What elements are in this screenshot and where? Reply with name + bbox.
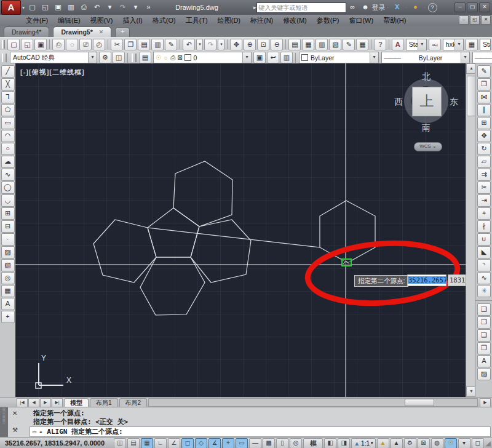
chevron-down-icon[interactable]: ▾ xyxy=(461,52,469,63)
signin-label[interactable]: 登录 xyxy=(372,3,386,12)
drawing-canvas[interactable]: YX [-][俯视][二维线框] 上 北 南 西 东 WCS ⌄ 指定第二个源点… xyxy=(15,63,466,397)
app-menu-caret-icon[interactable]: ▾ xyxy=(22,5,25,10)
show-lineweight-button[interactable]: ― xyxy=(249,438,261,448)
search-input[interactable]: 键入关键字或短语 xyxy=(256,2,346,13)
object-snap-button[interactable]: ◻ xyxy=(181,438,194,448)
snap-mode-button[interactable]: ▤ xyxy=(127,438,140,448)
window-close-button[interactable]: ✕ xyxy=(479,2,490,12)
construction-line-button[interactable]: ╳ xyxy=(1,78,15,90)
app-logo[interactable]: A xyxy=(1,0,21,15)
dim-style-combo[interactable]: hxk ▾ xyxy=(443,39,464,50)
coordinates-readout[interactable]: 35216.2657, 18315.2947, 0.0000 xyxy=(0,439,113,447)
command-close-icon[interactable]: ✕ xyxy=(12,410,17,417)
point-button[interactable]: · xyxy=(1,233,15,246)
clean-screen-button[interactable]: ◻ xyxy=(472,438,484,448)
pan-button[interactable]: ✥ xyxy=(230,39,242,50)
cut-button[interactable]: ✂ xyxy=(111,39,123,50)
chevron-down-icon[interactable]: ▾ xyxy=(370,52,378,63)
ellipse-arc-button[interactable]: ◡ xyxy=(1,194,15,207)
menu-file[interactable]: 文件(F) xyxy=(21,15,53,26)
array-button[interactable]: ⊞ xyxy=(477,117,491,129)
search-icon[interactable]: ∞ xyxy=(347,2,359,13)
viewcube-west-label[interactable]: 西 xyxy=(392,97,405,108)
wcs-menu-button[interactable]: WCS ⌄ xyxy=(414,142,442,151)
design-center-button[interactable]: ▦ xyxy=(302,39,314,50)
rotate-button[interactable]: ↻ xyxy=(477,143,491,155)
zoom-previous-button[interactable]: ⊖ xyxy=(271,39,283,50)
tab-model[interactable]: 模型 xyxy=(64,398,89,407)
send-under-objects-button[interactable]: ❐ xyxy=(477,342,491,354)
extend-button[interactable]: ⇥ xyxy=(477,194,491,207)
arc-button[interactable]: ◠ xyxy=(1,130,15,142)
menu-edit[interactable]: 编辑(E) xyxy=(53,15,85,26)
explode-button[interactable]: ✳ xyxy=(477,285,491,297)
ellipse-button[interactable]: ◯ xyxy=(1,182,15,194)
plot-button[interactable]: ◴ xyxy=(93,39,105,50)
bring-above-objects-button[interactable]: ❏ xyxy=(477,329,491,342)
window-maximize-button[interactable]: ▢ xyxy=(467,2,478,12)
break-at-point-button[interactable]: ⌖ xyxy=(477,207,491,220)
chevron-down-icon[interactable]: ▾ xyxy=(454,39,463,50)
workspace-settings-button[interactable]: ⚙ xyxy=(99,52,111,63)
qprint-button[interactable]: ⎙ xyxy=(78,2,90,13)
fillet-button[interactable]: ◝ xyxy=(477,259,491,271)
offset-button[interactable]: ∥ xyxy=(477,104,491,116)
spline-button[interactable]: ∿ xyxy=(1,169,15,181)
doc-minimize-button[interactable]: – xyxy=(459,15,469,25)
trim-button[interactable]: ✂ xyxy=(477,182,491,194)
annotation-scale-button[interactable]: ▲ 1:1 ▾ xyxy=(351,438,375,448)
viewport-controls-label[interactable]: [-][俯视][二维线框] xyxy=(20,68,85,77)
gradient-button[interactable]: ▧ xyxy=(1,259,15,271)
signin-person-icon[interactable]: ☻ xyxy=(360,2,371,13)
publish-button[interactable]: ⎚ xyxy=(79,39,92,50)
viewcube-south-label[interactable]: 南 xyxy=(420,122,432,134)
qopen-button[interactable]: ◱ xyxy=(39,2,51,13)
connector-line[interactable] xyxy=(148,228,320,247)
markup-set-manager-button[interactable]: ✎ xyxy=(343,39,355,50)
toolbar-grip[interactable] xyxy=(2,54,7,62)
table-style-combo[interactable]: Standard xyxy=(480,39,491,50)
menu-format[interactable]: 格式(O) xyxy=(148,15,181,26)
color-combo[interactable]: ByLayer ▾ xyxy=(299,52,379,63)
doc-restore-button[interactable]: ◱ xyxy=(470,15,480,25)
viewcube-top-face[interactable]: 上 xyxy=(412,87,442,116)
horizontal-scroll-thumb[interactable] xyxy=(405,399,434,406)
open-button[interactable]: ◱ xyxy=(21,39,33,50)
insert-block-button[interactable]: ⊞ xyxy=(1,207,15,220)
break-button[interactable]: ∤ xyxy=(477,220,491,233)
command-window-grip[interactable]: ⣿ ⣿ ⣿ xyxy=(0,407,8,438)
undo-button[interactable]: ↶ xyxy=(183,39,195,50)
3d-object-snap-button[interactable]: ◇ xyxy=(195,438,207,448)
line-button[interactable]: ╱ xyxy=(1,65,15,78)
dynamic-input-x-field[interactable]: 35216.2657 xyxy=(407,274,446,286)
layer-properties-button[interactable]: ▤ xyxy=(139,52,151,63)
tool-palettes-button[interactable]: ▥ xyxy=(315,39,328,50)
hexagon-left[interactable] xyxy=(93,220,156,282)
block-editor-button[interactable]: ✎ xyxy=(165,39,177,50)
chevron-down-icon[interactable]: ▾ xyxy=(88,52,97,63)
text-style-combo[interactable]: Standard ▾ xyxy=(406,39,427,50)
workspace-combo[interactable]: AutoCAD 经典 ▾ xyxy=(10,52,97,63)
redo-dropdown-button[interactable]: ▾ xyxy=(130,2,141,13)
menu-draw[interactable]: 绘图(D) xyxy=(213,15,245,26)
ortho-mode-button[interactable]: ∟ xyxy=(154,438,167,448)
tab-close-icon[interactable]: ✕ xyxy=(99,27,104,37)
redo-button[interactable]: ↷ xyxy=(117,2,129,13)
quick-calc-button[interactable]: ▦ xyxy=(356,39,368,50)
print-button[interactable]: ⎙ xyxy=(52,39,65,50)
horizontal-scrollbar[interactable] xyxy=(148,398,478,407)
save-button[interactable]: ▣ xyxy=(34,39,47,50)
next-tab-button[interactable]: ▶ xyxy=(40,398,51,407)
tab-drawing4[interactable]: Drawing4* xyxy=(4,26,49,37)
status-menu-button[interactable]: ▾ xyxy=(458,438,470,448)
new-button[interactable]: ▢ xyxy=(7,39,20,50)
annotation-visibility-button[interactable]: ▲ xyxy=(377,438,389,448)
send-to-back-button[interactable]: ❒ xyxy=(477,316,491,329)
chevron-down-icon[interactable]: ▾ xyxy=(418,39,426,50)
undo-dropdown-button[interactable]: ▾ xyxy=(104,2,116,13)
polygon-button[interactable]: ⬠ xyxy=(1,104,15,116)
qsave-button[interactable]: ▣ xyxy=(52,2,64,13)
layer-states-button[interactable]: ▥ xyxy=(280,52,293,63)
workspace-save-button[interactable]: ◫ xyxy=(113,52,125,63)
lock-icon[interactable]: ● xyxy=(410,2,421,13)
